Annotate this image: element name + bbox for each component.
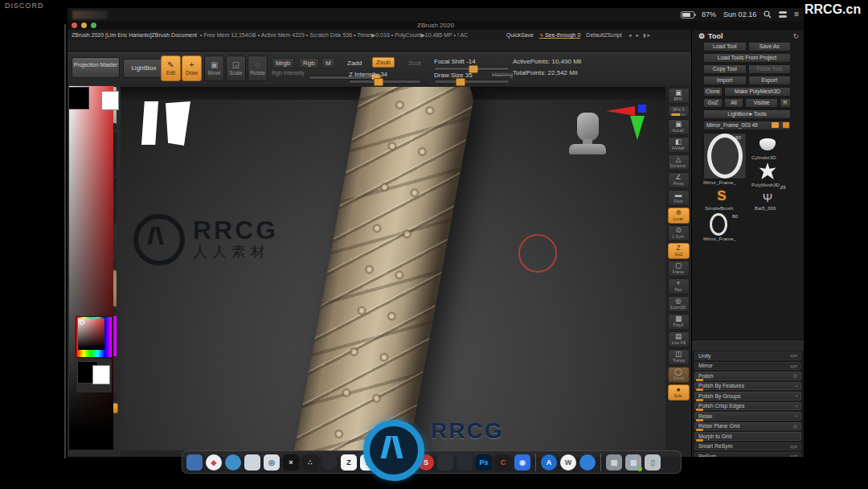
spix-slider[interactable]: SPix 3	[668, 105, 690, 117]
solo-button[interactable]: ● Solo	[668, 384, 690, 401]
browser-app-icon[interactable]	[579, 454, 596, 471]
z-intensity-slider[interactable]	[349, 80, 421, 84]
projection-master-button[interactable]: Projection Master	[72, 57, 120, 78]
subpalette-header[interactable]	[692, 256, 804, 266]
persp-button[interactable]: ∠ Persp	[668, 172, 690, 188]
dock-item[interactable]: ▤	[606, 454, 622, 471]
cylinder3d-thumb[interactable]	[753, 134, 782, 154]
dock-item[interactable]: W	[560, 454, 576, 471]
zoom3d-button[interactable]: ◎ Zoom3D	[668, 296, 690, 312]
export-button[interactable]: Export	[748, 76, 792, 85]
goz-button[interactable]: GoZ	[703, 98, 723, 108]
sculpt-canvas[interactable]: RRCG 人人素材	[121, 87, 665, 450]
edit-mode-button[interactable]: ✎Edit	[161, 55, 181, 81]
frame-button[interactable]: ▢ Frame	[668, 261, 690, 277]
local-button[interactable]: ⊛ Local	[668, 208, 690, 224]
pan-button[interactable]: + Pan	[668, 278, 690, 294]
deform-mirror[interactable]: Mirror xyz	[694, 362, 801, 371]
aahalf-button[interactable]: ◧ AAHalf	[668, 137, 690, 153]
subpalette-header[interactable]	[692, 308, 804, 318]
sculpt-model-column[interactable]	[279, 87, 479, 450]
left-tray-item[interactable]: Gradient	[72, 316, 117, 356]
preview-icon[interactable]: ◎	[264, 454, 280, 471]
subpalette-header[interactable]	[692, 329, 804, 339]
paste-tool-button[interactable]: Paste Tool	[748, 64, 792, 74]
move-mode-button[interactable]: ▣Move	[204, 55, 224, 81]
bpr-button[interactable]: ▣ BPR	[668, 88, 690, 104]
deform-polish-by-features[interactable]: Polish By Features •	[694, 382, 801, 391]
dock-item[interactable]: ◆	[206, 454, 222, 471]
game-app-icon[interactable]: ×	[283, 454, 299, 471]
see-through-slider[interactable]: ✎See-through0	[539, 32, 580, 39]
deform-polish[interactable]: Polish ◎	[694, 372, 801, 380]
restore-config-icon[interactable]: ↻	[792, 32, 799, 40]
zbrush-doc-icon[interactable]: Z	[341, 454, 357, 471]
quicksave-button[interactable]: QuickSave	[506, 32, 534, 38]
dock-item[interactable]: ▦	[625, 454, 641, 471]
trash-icon[interactable]: ▯	[645, 454, 661, 471]
dock-item[interactable]: A	[541, 454, 557, 471]
deform-relax-plane-grid[interactable]: Relax Plane Grid ◎	[694, 422, 801, 431]
focal-shift-slider[interactable]	[434, 67, 510, 71]
draw-size-slider[interactable]	[434, 80, 510, 84]
deform-relax[interactable]: Relax •	[694, 412, 801, 421]
downloads-stack-icon[interactable]: ▤	[606, 454, 622, 471]
deform-smart-resym[interactable]: Smart ReSym xyz	[694, 442, 801, 451]
make-polymesh3d-button[interactable]: Make PolyMesh3D	[724, 87, 791, 97]
zsub-button[interactable]: Zsub	[372, 57, 395, 68]
menubar-clock[interactable]: Sun 02.16	[723, 10, 756, 18]
dock-item[interactable]: ◎	[264, 454, 280, 471]
search-icon[interactable]	[764, 10, 772, 18]
axis-toggle-icons[interactable]: xyz	[790, 454, 797, 457]
axis-toggle-icons[interactable]: ◎	[793, 373, 797, 378]
subpalette-header[interactable]	[692, 245, 804, 256]
dock-item[interactable]: ▯	[645, 454, 661, 471]
globe-icon[interactable]	[225, 454, 241, 471]
safari-icon[interactable]: ◆	[206, 454, 222, 471]
copy-tool-button[interactable]: Copy Tool	[703, 64, 747, 74]
axis-toggle-icons[interactable]: •	[796, 384, 797, 388]
finder-icon[interactable]	[186, 454, 203, 471]
dock-item[interactable]	[186, 454, 203, 471]
floor-button[interactable]: ▬ Floor	[668, 190, 690, 206]
folder-badge-icon[interactable]: ▦	[625, 454, 641, 471]
subpalette-header[interactable]	[692, 339, 804, 351]
draw-mode-button[interactable]: +Draw	[182, 55, 202, 81]
dock-item[interactable]: Z	[341, 454, 357, 471]
axis-toggle-icons[interactable]: •	[796, 404, 797, 409]
subpalette-header[interactable]	[692, 318, 804, 329]
axis-toggle-icons[interactable]: •	[796, 413, 797, 418]
goz-r-button[interactable]: R	[780, 98, 791, 108]
dock-item[interactable]	[321, 454, 338, 471]
camera-app-icon[interactable]: ◉	[514, 454, 530, 471]
dock-item[interactable]	[225, 454, 241, 471]
appstore-icon[interactable]: A	[541, 454, 557, 471]
zcut-button[interactable]: Zcut	[408, 60, 421, 67]
axis-toggle-icons[interactable]: •	[796, 393, 797, 398]
deform-polish-crisp-edges[interactable]: Polish Crisp Edges •	[694, 402, 801, 411]
axis-toggle-icons[interactable]: ◎	[793, 424, 797, 429]
simplebrush-thumb[interactable]: S	[710, 187, 734, 205]
actual-button[interactable]: ▣ Actual	[668, 119, 690, 135]
dock-item[interactable]	[244, 454, 260, 471]
zscript-controls-icon[interactable]: ◄ ► ▮►	[628, 32, 652, 38]
scale-mode-button[interactable]: ◲Scale	[226, 55, 246, 81]
ghost-button[interactable]: ◯ Ghost	[668, 367, 690, 383]
subpalette-header[interactable]	[692, 298, 804, 308]
goz-shelf-button[interactable]: Z GoZ	[668, 243, 690, 259]
axis-toggle-icons[interactable]: xyz	[790, 353, 797, 358]
folder-icon[interactable]	[244, 454, 260, 471]
switch-color[interactable]	[76, 359, 112, 392]
dock-item[interactable]: ◉	[514, 454, 530, 471]
active-tool-slider[interactable]: Mirror_Frame_003 49	[703, 121, 791, 130]
control-center-icon[interactable]	[779, 11, 787, 18]
subpalette-header[interactable]	[692, 277, 804, 287]
zadd-button[interactable]: Zadd	[347, 60, 362, 67]
subpalette-header[interactable]	[692, 287, 804, 298]
zscript-button[interactable]: DefaultZScript	[586, 32, 621, 38]
lightbox-tools-button[interactable]: Lightbox►Tools	[703, 109, 791, 119]
polyf-button[interactable]: ▦ PolyF	[668, 314, 690, 330]
color-picker[interactable]	[76, 316, 113, 358]
mirror-frame-small-thumb[interactable]	[706, 213, 731, 236]
word-app-icon[interactable]: W	[560, 454, 576, 471]
